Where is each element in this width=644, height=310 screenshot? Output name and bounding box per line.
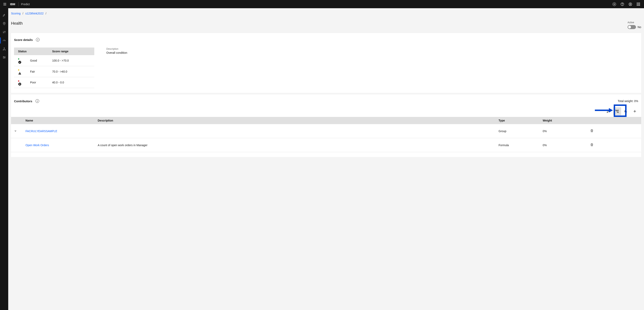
svg-point-10	[639, 4, 640, 4]
delete-button[interactable]	[589, 142, 595, 148]
svg-point-22	[4, 58, 4, 58]
score-details-title: Score details	[14, 38, 33, 41]
total-weight: Total weight: 0%	[618, 99, 638, 103]
app-name: Predict	[21, 2, 30, 6]
contributors-table: Name Description Type Weight FACRULYEARS…	[11, 117, 641, 152]
status-dot	[18, 80, 19, 82]
brand-label: IBM	[10, 2, 18, 6]
contributor-description: A count of open work orders in Manager	[95, 138, 496, 152]
svg-point-21	[4, 57, 5, 57]
rail-item-hierarchy[interactable]	[0, 46, 8, 52]
svg-point-4	[630, 3, 631, 4]
menu-icon[interactable]	[2, 1, 8, 7]
status-label: Fair	[26, 66, 48, 77]
active-toggle[interactable]	[628, 25, 636, 29]
svg-text:f: f	[624, 110, 626, 113]
delete-button[interactable]	[589, 128, 595, 134]
status-row: Good100.0 - >70.0	[14, 55, 94, 66]
svg-point-13	[639, 5, 640, 5]
contributor-type: Formula	[496, 138, 540, 152]
svg-point-12	[638, 5, 638, 5]
apps-icon[interactable]	[634, 0, 642, 8]
active-value: No	[638, 25, 641, 29]
svg-point-6	[638, 2, 638, 3]
col-name: Name	[23, 117, 95, 124]
status-range: 100.0 - >70.0	[48, 55, 94, 66]
contributor-name-link[interactable]: Open Work Orders	[26, 144, 49, 147]
rail-item-sliders[interactable]	[0, 29, 8, 35]
breadcrumb-scoring[interactable]: Scoring	[11, 12, 20, 15]
status-label: Good	[26, 55, 48, 66]
rail-item-rocket[interactable]	[0, 12, 8, 18]
score-status-table: Status Score range Good100.0 - >70.0Fair…	[14, 47, 94, 88]
status-row: Fair70.0 - >40.0	[14, 66, 94, 77]
add-button[interactable]	[631, 107, 639, 115]
contributors-title: Contributors	[14, 99, 32, 103]
edit-button[interactable]	[604, 107, 612, 115]
svg-point-14	[4, 23, 4, 24]
active-label: Active	[628, 21, 641, 24]
score-description: Description Overall condition	[106, 47, 127, 54]
breadcrumb-sep: /	[46, 12, 46, 15]
info-icon[interactable]: i	[36, 99, 39, 103]
breadcrumb-context[interactable]: s123think2022	[25, 12, 44, 15]
info-icon[interactable]: i	[36, 38, 40, 41]
col-weight: Weight	[540, 117, 586, 124]
description-label: Description	[106, 47, 127, 50]
svg-rect-27	[616, 110, 616, 111]
svg-point-7	[639, 2, 640, 3]
contributor-type: Group	[496, 124, 540, 138]
col-status: Status	[14, 47, 48, 55]
chevron-down-icon[interactable]	[14, 129, 17, 133]
user-icon[interactable]	[626, 0, 634, 8]
svg-point-9	[638, 4, 638, 4]
svg-point-15	[4, 31, 5, 32]
status-icon	[18, 82, 22, 86]
breadcrumb: Scoring / s123think2022 /	[11, 12, 641, 15]
col-description: Description	[95, 117, 496, 124]
page-title: Health	[11, 21, 23, 26]
svg-point-16	[3, 32, 4, 33]
score-details-panel: Score details i Status Score range Good1…	[11, 33, 641, 93]
topbar-divider	[18, 2, 19, 6]
svg-point-5	[637, 2, 638, 3]
contributor-row: Open Work OrdersA count of open work ord…	[11, 138, 641, 152]
svg-text:x: x	[626, 111, 627, 113]
contributors-toolbar: fx	[11, 106, 641, 117]
left-rail	[0, 8, 8, 165]
svg-point-19	[5, 50, 6, 50]
svg-point-11	[637, 5, 638, 5]
tree-button[interactable]	[613, 107, 621, 115]
contributor-weight: 0%	[540, 124, 586, 138]
status-label: Poor	[26, 77, 48, 88]
contributors-panel: Contributors i Total weight: 0% fx	[11, 94, 641, 157]
status-icon	[18, 60, 22, 63]
col-range: Score range	[48, 47, 94, 55]
status-dot	[18, 69, 19, 71]
svg-point-20	[3, 56, 4, 57]
settings-icon[interactable]	[610, 0, 618, 8]
help-icon[interactable]	[618, 0, 626, 8]
svg-rect-25	[20, 74, 20, 74]
description-value: Overall condition	[106, 51, 127, 54]
contributor-row: FACRULYEARSSAMPLEGroup0%	[11, 124, 641, 138]
contributor-description	[95, 124, 496, 138]
rail-item-settings[interactable]	[0, 54, 8, 60]
svg-point-8	[637, 4, 638, 4]
rail-item-gauge[interactable]	[0, 37, 8, 43]
formula-button[interactable]: fx	[622, 107, 630, 115]
svg-point-2	[622, 5, 622, 5]
contributor-name-link[interactable]: FACRULYEARSSAMPLE	[26, 130, 57, 133]
status-range: 40.0 - 0.0	[48, 77, 94, 88]
svg-point-18	[3, 50, 4, 50]
status-dot	[18, 58, 19, 59]
rail-item-location[interactable]	[0, 21, 8, 27]
status-row: Poor40.0 - 0.0	[14, 77, 94, 88]
breadcrumb-sep: /	[22, 12, 23, 15]
svg-point-17	[4, 47, 4, 48]
svg-rect-29	[618, 112, 618, 113]
status-range: 70.0 - >40.0	[48, 66, 94, 77]
svg-rect-28	[618, 110, 618, 111]
main-content: Scoring / s123think2022 / Health Active …	[8, 8, 644, 165]
svg-point-0	[614, 3, 615, 4]
